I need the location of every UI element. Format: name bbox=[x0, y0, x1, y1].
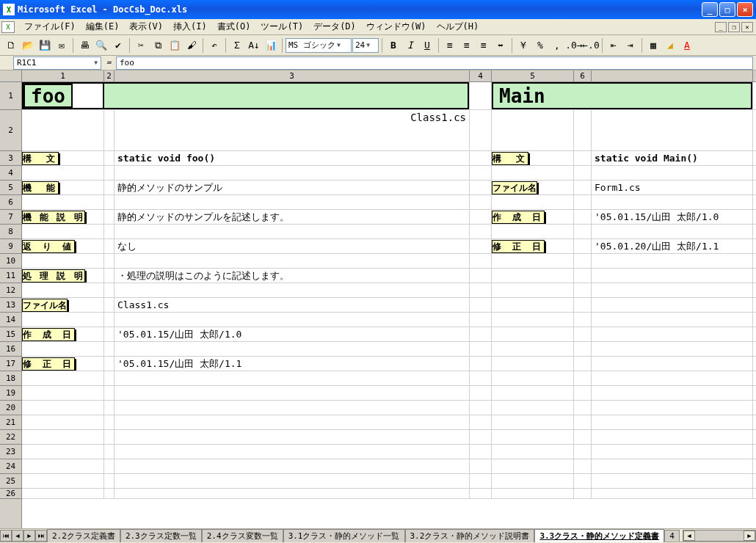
tab-nav-next-icon[interactable]: ▶ bbox=[23, 530, 35, 542]
name-box[interactable]: R1C1▼ bbox=[13, 57, 101, 70]
row-header[interactable]: 26 bbox=[0, 489, 21, 499]
cell[interactable] bbox=[470, 110, 492, 150]
formula-bar[interactable]: foo bbox=[116, 57, 753, 70]
cell-title-main[interactable]: Main bbox=[492, 82, 753, 109]
row-header[interactable]: 6 bbox=[0, 195, 21, 210]
cell[interactable]: 構 文 bbox=[22, 151, 104, 165]
row-header[interactable]: 10 bbox=[0, 254, 21, 269]
sheet-tab[interactable]: 2.3クラス定数一覧 bbox=[120, 529, 202, 542]
cell-value[interactable]: static void Main() bbox=[592, 151, 753, 165]
print-icon[interactable]: 🖶 bbox=[76, 37, 92, 54]
currency-icon[interactable]: ¥ bbox=[515, 37, 531, 54]
column-header[interactable]: 3 bbox=[115, 70, 470, 81]
column-header[interactable]: 1 bbox=[22, 70, 104, 81]
row-header[interactable]: 7 bbox=[0, 210, 21, 225]
cell-value[interactable]: Class1.cs bbox=[115, 298, 470, 312]
increase-indent-icon[interactable]: ⇥ bbox=[622, 37, 639, 54]
comma-icon[interactable]: , bbox=[549, 37, 565, 54]
cell-value[interactable]: なし bbox=[115, 239, 470, 253]
cell-value[interactable]: '05.01.15/山田 太郎/1.0 bbox=[592, 210, 753, 224]
menu-edit[interactable]: 編集(E) bbox=[81, 19, 125, 34]
menu-view[interactable]: 表示(V) bbox=[124, 19, 168, 34]
scroll-right-icon[interactable]: ▶ bbox=[744, 531, 755, 541]
row-header[interactable]: 13 bbox=[0, 298, 21, 313]
row-header[interactable]: 24 bbox=[0, 459, 21, 474]
row-header[interactable]: 12 bbox=[0, 283, 21, 298]
sheet-tab[interactable]: 2.2クラス定義書 bbox=[47, 529, 120, 542]
italic-icon[interactable]: I bbox=[402, 37, 418, 54]
align-right-icon[interactable]: ≡ bbox=[476, 37, 492, 54]
cell-value[interactable]: Form1.cs bbox=[592, 181, 753, 194]
row-header[interactable]: 17 bbox=[0, 357, 21, 371]
row-header[interactable]: 11 bbox=[0, 269, 21, 283]
cell-value[interactable]: ・処理の説明はこのように記述します。 bbox=[115, 269, 470, 283]
borders-icon[interactable]: ▦ bbox=[645, 37, 661, 54]
sheet-tab[interactable]: 3.2クラス・静的メソッド説明書 bbox=[405, 529, 535, 542]
cell-value[interactable]: '05.01.20/山田 太郎/1.1 bbox=[592, 239, 753, 253]
decrease-decimal-icon[interactable]: ←.0 bbox=[583, 37, 599, 54]
menu-data[interactable]: データ(D) bbox=[308, 19, 361, 34]
sheet-tab-active[interactable]: 3.3クラス・静的メソッド定義書 bbox=[534, 529, 664, 542]
cell-value[interactable]: 静的メソッドのサンプル bbox=[115, 181, 470, 194]
grid-rows[interactable]: foo Main Class1.cs 構 文 static void foo() bbox=[22, 82, 756, 528]
menu-help[interactable]: ヘルプ(H) bbox=[432, 19, 484, 34]
column-header[interactable] bbox=[592, 70, 753, 81]
column-header[interactable]: 2 bbox=[104, 70, 115, 81]
row-header[interactable]: 8 bbox=[0, 225, 21, 239]
autosum-icon[interactable]: Σ bbox=[229, 37, 245, 54]
font-size-select[interactable]: 24▼ bbox=[352, 38, 379, 53]
mdi-restore-button[interactable]: ❐ bbox=[728, 22, 740, 32]
cell[interactable] bbox=[492, 110, 574, 150]
menu-window[interactable]: ウィンドウ(W) bbox=[361, 19, 432, 34]
row-header[interactable]: 20 bbox=[0, 401, 21, 415]
cell[interactable] bbox=[470, 82, 492, 109]
cell-title-foo[interactable]: foo bbox=[22, 82, 104, 109]
mdi-minimize-button[interactable]: _ bbox=[715, 22, 727, 32]
row-header[interactable]: 4 bbox=[0, 166, 21, 181]
horizontal-scrollbar[interactable]: ◀ ▶ bbox=[683, 530, 756, 542]
scroll-left-icon[interactable]: ◀ bbox=[683, 531, 695, 541]
cell[interactable] bbox=[104, 82, 470, 109]
align-center-icon[interactable]: ≡ bbox=[459, 37, 475, 54]
font-color-icon[interactable]: A bbox=[679, 37, 695, 54]
bold-icon[interactable]: B bbox=[385, 37, 401, 54]
cell-classfile[interactable]: Class1.cs bbox=[115, 110, 470, 150]
sheet-tab[interactable]: 2.4クラス変数一覧 bbox=[202, 529, 283, 542]
select-all-button[interactable] bbox=[0, 70, 21, 82]
menu-insert[interactable]: 挿入(I) bbox=[168, 19, 212, 34]
tab-nav-last-icon[interactable]: ⏭ bbox=[35, 530, 47, 542]
row-header[interactable]: 22 bbox=[0, 430, 21, 445]
percent-icon[interactable]: % bbox=[532, 37, 548, 54]
align-left-icon[interactable]: ≡ bbox=[442, 37, 458, 54]
menu-file[interactable]: ファイル(F) bbox=[19, 19, 81, 34]
spellcheck-icon[interactable]: ✔ bbox=[110, 37, 126, 54]
chart-icon[interactable]: 📊 bbox=[263, 37, 279, 54]
row-header[interactable]: 21 bbox=[0, 415, 21, 430]
menu-tools[interactable]: ツール(T) bbox=[255, 19, 308, 34]
row-header[interactable]: 23 bbox=[0, 445, 21, 459]
minimize-button[interactable]: _ bbox=[702, 2, 718, 17]
undo-icon[interactable]: ↶ bbox=[206, 37, 222, 54]
cell-value[interactable]: 静的メソッドのサンプルを記述します。 bbox=[115, 210, 470, 224]
increase-decimal-icon[interactable]: .0→ bbox=[566, 37, 582, 54]
row-header[interactable]: 15 bbox=[0, 327, 21, 342]
row-header[interactable]: 5 bbox=[0, 181, 21, 195]
row-header[interactable]: 9 bbox=[0, 239, 21, 254]
row-header[interactable]: 14 bbox=[0, 313, 21, 327]
save-icon[interactable]: 💾 bbox=[37, 37, 53, 54]
cell-value[interactable]: '05.01.15/山田 太郎/1.0 bbox=[115, 327, 470, 341]
new-icon[interactable]: 🗋 bbox=[3, 37, 19, 54]
cell-value[interactable]: static void foo() bbox=[115, 151, 470, 165]
copy-icon[interactable]: ⧉ bbox=[150, 37, 166, 54]
mail-icon[interactable]: ✉ bbox=[54, 37, 70, 54]
mdi-close-button[interactable]: × bbox=[741, 22, 753, 32]
cell[interactable]: 構 文 bbox=[492, 151, 574, 165]
tab-nav-first-icon[interactable]: ⏮ bbox=[0, 530, 12, 542]
cut-icon[interactable]: ✂ bbox=[133, 37, 149, 54]
maximize-button[interactable]: □ bbox=[719, 2, 735, 17]
decrease-indent-icon[interactable]: ⇤ bbox=[606, 37, 622, 54]
column-header[interactable]: 6 bbox=[574, 70, 592, 81]
cell[interactable] bbox=[104, 110, 115, 150]
column-header[interactable]: 4 bbox=[470, 70, 492, 81]
cell[interactable] bbox=[104, 151, 115, 165]
